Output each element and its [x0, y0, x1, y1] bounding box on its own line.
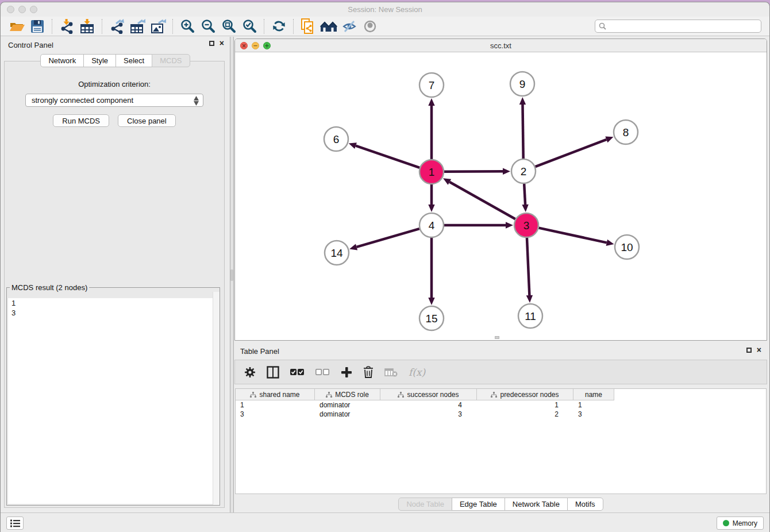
network-canvas[interactable]: 7968124314101511	[235, 53, 767, 341]
column-layout-icon[interactable]	[267, 366, 279, 379]
zoom-in-button[interactable]	[177, 18, 198, 35]
export-network-icon	[109, 19, 124, 34]
import-network-button[interactable]	[56, 18, 77, 35]
graph-edge-3-11[interactable]	[526, 238, 533, 303]
column-header-successor-nodes[interactable]: successor nodes	[380, 389, 477, 400]
graph-edge-1-6[interactable]	[349, 142, 419, 168]
graph-node-3[interactable]: 3	[514, 213, 538, 237]
zoom-fit-button[interactable]	[218, 18, 239, 35]
close-panel-button[interactable]: Close panel	[118, 114, 176, 127]
export-table-button[interactable]	[127, 18, 148, 35]
graph-edge-4-3[interactable]	[444, 222, 513, 228]
float-panel-icon[interactable]	[746, 348, 752, 353]
app-titlebar: Session: New Session	[1, 2, 769, 17]
divider-handle-icon[interactable]	[230, 269, 233, 281]
export-image-button[interactable]	[148, 18, 168, 35]
tab-style[interactable]: Style	[83, 54, 116, 67]
table-row[interactable]: 3dominator323	[236, 410, 614, 419]
tab-edge-table[interactable]: Edge Table	[452, 498, 505, 511]
tab-mcds[interactable]: MCDS	[152, 54, 190, 67]
import-table-button[interactable]	[77, 18, 98, 35]
graph-node-2[interactable]: 2	[511, 159, 536, 183]
table-panel-title: Table Panel	[240, 347, 279, 356]
table-row[interactable]: 1dominator411	[236, 400, 614, 410]
graph-edge-2-8[interactable]	[536, 137, 614, 167]
zoom-out-icon	[201, 19, 215, 33]
deselect-all-columns-icon[interactable]	[315, 369, 330, 376]
network-window-titlebar[interactable]: × − + scc.txt	[235, 39, 767, 52]
optimization-dropdown[interactable]: strongly connected component	[25, 94, 203, 107]
graph-node-9[interactable]: 9	[510, 72, 534, 96]
tab-network[interactable]: Network	[40, 54, 84, 67]
table-cell: 3	[380, 410, 477, 419]
run-mcds-button[interactable]: Run MCDS	[53, 114, 109, 127]
search-input[interactable]	[609, 22, 757, 30]
graph-edge-3-10[interactable]	[538, 228, 614, 246]
hide-eye-icon	[342, 20, 357, 33]
list-icon	[10, 519, 20, 527]
column-header-shared-name[interactable]: shared name	[236, 389, 315, 400]
table-cell: dominator	[315, 400, 380, 410]
column-header-predecessor-nodes[interactable]: predecessor nodes	[477, 389, 573, 400]
float-panel-icon[interactable]	[209, 41, 214, 46]
optimization-label: Optimization criterion:	[5, 80, 224, 88]
graph-node-7[interactable]: 7	[419, 73, 444, 97]
add-column-icon[interactable]	[341, 367, 352, 378]
toolbar-separator	[293, 19, 294, 34]
network-resize-handle[interactable]	[495, 336, 499, 339]
graph-node-14[interactable]: 14	[325, 241, 349, 265]
open-file-button[interactable]	[6, 18, 27, 35]
node-table-header: shared nameMCDS rolesuccessor nodesprede…	[236, 389, 614, 400]
delete-column-icon[interactable]	[363, 366, 374, 378]
delete-table-icon[interactable]	[384, 368, 398, 377]
node-table-body: 1dominator4113dominator323	[236, 400, 766, 419]
graph-edge-1-4[interactable]	[428, 184, 434, 212]
graph-node-11[interactable]: 11	[518, 304, 542, 328]
refresh-button[interactable]	[268, 18, 289, 35]
graph-node-1[interactable]: 1	[419, 160, 444, 184]
close-panel-icon[interactable]: ×	[220, 40, 224, 47]
hide-selected-button[interactable]	[339, 18, 360, 35]
graph-node-4[interactable]: 4	[419, 213, 444, 237]
graph-edge-1-7[interactable]	[428, 98, 434, 159]
graph-edge-2-3[interactable]	[522, 184, 528, 212]
graph-node-10[interactable]: 10	[615, 235, 639, 259]
zoom-out-button[interactable]	[198, 18, 218, 35]
table-cell: 2	[477, 410, 573, 419]
tab-select[interactable]: Select	[116, 54, 152, 67]
save-session-button[interactable]	[27, 18, 48, 35]
function-builder-icon[interactable]: f(x)	[409, 367, 425, 378]
graph-node-15[interactable]: 15	[419, 306, 444, 330]
network-window: × − + scc.txt 7968124314101511	[234, 38, 767, 341]
tab-node-table[interactable]: Node Table	[398, 498, 452, 511]
task-history-button[interactable]	[6, 516, 24, 530]
node-table: shared nameMCDS rolesuccessor nodesprede…	[235, 388, 767, 494]
tab-network-table[interactable]: Network Table	[505, 498, 568, 511]
column-header-MCDS-role[interactable]: MCDS role	[315, 389, 380, 400]
tab-motifs[interactable]: Motifs	[567, 498, 603, 511]
graph-edge-2-9[interactable]	[519, 97, 526, 159]
sort-tree-icon	[326, 392, 332, 398]
graph-node-6[interactable]: 6	[324, 127, 348, 151]
settings-gear-icon[interactable]	[244, 367, 256, 378]
table-panel-tabs: Node TableEdge TableNetwork TableMotifs	[234, 498, 767, 511]
status-bar: Memory	[1, 512, 769, 532]
toolbar-separator	[102, 19, 102, 34]
show-hidden-button[interactable]	[360, 18, 380, 35]
close-panel-icon[interactable]: ×	[757, 347, 761, 353]
graph-edge-3-1[interactable]	[443, 178, 515, 219]
zoom-selected-button[interactable]	[239, 18, 260, 35]
result-scrollbar[interactable]	[213, 292, 220, 505]
select-all-columns-icon[interactable]	[290, 369, 305, 376]
graph-node-8[interactable]: 8	[614, 120, 638, 144]
panel-divider[interactable]	[230, 37, 234, 513]
column-header-name[interactable]: name	[573, 389, 614, 400]
graph-edge-4-14[interactable]	[349, 229, 419, 250]
new-network-from-selection-button[interactable]	[298, 18, 318, 35]
window-title: Session: New Session	[1, 5, 769, 14]
graph-edge-4-15[interactable]	[428, 238, 434, 305]
home-button[interactable]	[318, 18, 339, 35]
export-network-button[interactable]	[106, 18, 127, 35]
graph-edge-1-2[interactable]	[444, 168, 510, 175]
memory-button[interactable]: Memory	[717, 516, 764, 530]
